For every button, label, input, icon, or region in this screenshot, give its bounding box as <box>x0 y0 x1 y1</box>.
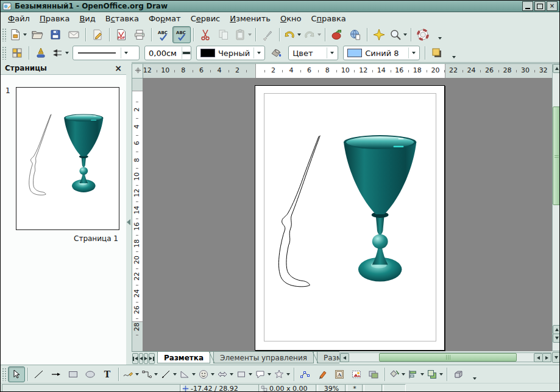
arrange-button[interactable] <box>425 366 444 382</box>
menu-item-edit[interactable]: Правка <box>35 13 74 24</box>
menu-item-view[interactable]: Вид <box>74 13 100 24</box>
page[interactable] <box>255 85 445 351</box>
horizontal-ruler[interactable]: 121086422468101214161820222426283032 <box>143 63 553 79</box>
rectangle-button[interactable] <box>65 366 82 382</box>
status-zoom-field[interactable]: 39% <box>316 384 347 392</box>
dropdown-arrow-icon[interactable] <box>439 373 443 376</box>
scroll-left-button[interactable] <box>340 353 349 362</box>
dropdown-arrow-icon[interactable] <box>420 373 424 376</box>
callouts-button[interactable] <box>253 366 272 382</box>
edit-file-button[interactable] <box>88 26 107 43</box>
line-45-button[interactable] <box>159 366 178 382</box>
close-button[interactable]: × <box>547 1 558 11</box>
hyperlink-button[interactable] <box>346 26 364 43</box>
scroll-left-button-2[interactable] <box>534 353 543 362</box>
titlebar[interactable]: Безымянный1 - OpenOffice.org Draw × <box>1 1 559 12</box>
tab-scroll-first-button[interactable] <box>132 353 138 364</box>
export-pdf-button[interactable]: PDF <box>112 26 130 43</box>
clone-formatting-button[interactable] <box>258 26 277 43</box>
scroll-down-button[interactable] <box>553 334 560 343</box>
auto-spellcheck-button[interactable]: ABC <box>172 26 191 43</box>
text-button[interactable]: T <box>99 366 116 382</box>
tab-layout[interactable]: Разметка <box>157 352 210 363</box>
dropdown-arrow-icon[interactable] <box>154 373 158 376</box>
dropdown-arrow-icon[interactable] <box>23 33 27 36</box>
dropdown-arrow-icon[interactable] <box>403 33 407 36</box>
block-arrows-button[interactable] <box>216 366 235 382</box>
dropdown-arrow-icon[interactable] <box>286 373 290 376</box>
dropdown-arrow-icon[interactable] <box>65 52 69 54</box>
horizontal-scrollbar[interactable] <box>339 352 551 362</box>
extrusion-button[interactable] <box>450 366 467 382</box>
menu-item-file[interactable]: Файл <box>3 13 35 24</box>
tab-controls[interactable]: Элементы управления <box>213 352 314 363</box>
fill-button[interactable] <box>268 44 286 61</box>
toolbar-overflow-button[interactable] <box>450 46 458 60</box>
page-thumbnail[interactable] <box>16 87 119 230</box>
fontwork-button[interactable]: A <box>331 366 348 382</box>
menu-item-window[interactable]: Окно <box>275 13 307 24</box>
dropdown-arrow-icon[interactable] <box>121 47 130 58</box>
glue-points-button[interactable] <box>314 366 331 382</box>
redo-button[interactable] <box>302 26 322 43</box>
splitter-collapse-icon[interactable] <box>127 219 130 225</box>
line-width-input[interactable]: 0,00см <box>144 46 191 60</box>
scroll-right-button[interactable] <box>542 353 551 362</box>
toolbar-overflow-button[interactable] <box>436 27 444 41</box>
dropdown-arrow-icon[interactable] <box>230 373 233 376</box>
undo-button[interactable] <box>282 26 302 43</box>
tab-scroll-prev-button[interactable] <box>139 353 143 364</box>
curve-button[interactable] <box>121 366 140 382</box>
arrow-style-button[interactable] <box>50 44 70 61</box>
gallery-view-button[interactable] <box>365 366 382 382</box>
print-button[interactable] <box>130 26 149 43</box>
dropdown-arrow-icon[interactable] <box>408 47 418 58</box>
copy-button[interactable] <box>214 26 233 43</box>
dropdown-arrow-icon[interactable] <box>253 47 263 58</box>
paste-button[interactable] <box>233 26 253 43</box>
menu-item-format[interactable]: Формат <box>144 13 186 24</box>
dropdown-arrow-icon[interactable] <box>268 373 271 376</box>
cut-button[interactable] <box>196 26 214 43</box>
scroll-up-button-2[interactable] <box>553 325 560 334</box>
goblet-3d[interactable] <box>64 114 103 192</box>
dropdown-arrow-icon[interactable] <box>327 47 336 58</box>
status-position-field[interactable]: -17.42 / 28.92 <box>180 384 261 392</box>
select-button[interactable] <box>8 366 25 382</box>
dropdown-arrow-icon[interactable] <box>248 33 252 36</box>
alignment-button[interactable] <box>406 366 425 382</box>
toolbar-grip[interactable] <box>2 28 6 41</box>
menu-item-insert[interactable]: Вставка <box>101 13 144 24</box>
scrollbar-corner-button[interactable] <box>552 352 560 363</box>
email-button[interactable] <box>65 26 83 43</box>
vertical-scroll-thumb[interactable] <box>553 107 560 205</box>
navigator-button[interactable] <box>370 26 388 43</box>
vertical-ruler[interactable]: 246810121416182022242628 <box>132 78 143 352</box>
dropdown-arrow-icon[interactable] <box>135 373 139 376</box>
tab-scroll-last-button[interactable] <box>149 353 155 364</box>
menu-item-tools[interactable]: Сервис <box>186 13 225 24</box>
zoom-button[interactable] <box>388 26 408 43</box>
tab-dimension-lines[interactable]: Разм <box>317 352 339 363</box>
ellipse-button[interactable] <box>82 366 99 382</box>
line-style-combo[interactable] <box>73 46 140 60</box>
ruler-corner[interactable] <box>132 63 144 79</box>
toolbar-grip[interactable] <box>2 368 6 381</box>
rotate-button[interactable] <box>388 366 406 382</box>
panel-splitter[interactable] <box>126 62 132 365</box>
flowchart-button[interactable] <box>235 366 253 382</box>
from-file-button[interactable] <box>348 366 365 382</box>
line-color-combo[interactable]: Черный <box>196 46 265 60</box>
status-size-field[interactable]: 0.00 x 0.00 <box>258 384 318 392</box>
menu-item-modify[interactable]: Изменить <box>225 13 275 24</box>
toolbar-overflow-button[interactable] <box>470 368 479 382</box>
dropdown-arrow-icon[interactable] <box>402 373 405 376</box>
panel-close-button[interactable]: × <box>115 65 122 72</box>
dropdown-arrow-icon[interactable] <box>249 373 252 376</box>
dropdown-arrow-icon[interactable] <box>173 373 177 376</box>
spellcheck-button[interactable]: ABC <box>154 26 172 43</box>
scroll-up-button[interactable] <box>553 64 560 73</box>
drawing-canvas[interactable] <box>143 78 552 351</box>
gallery-button[interactable] <box>328 26 346 43</box>
symbol-shapes-button[interactable] <box>197 366 216 382</box>
